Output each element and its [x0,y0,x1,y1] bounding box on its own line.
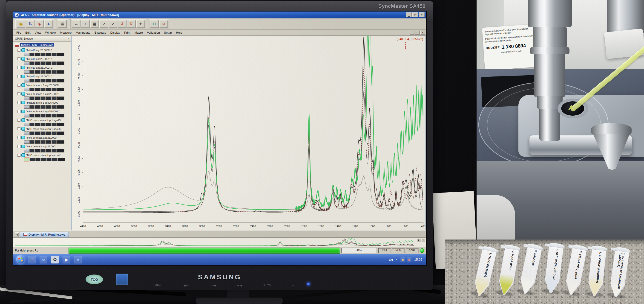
menu-item[interactable]: Setup [162,30,174,35]
spectrum-thumbnail[interactable] [57,114,64,117]
quick-identity-icon[interactable]: ⊔ [150,20,159,28]
tab-scroll-left-button[interactable]: ◀ [15,232,19,237]
spectrum-thumbnail[interactable] [40,53,46,56]
spectrum-thumbnail[interactable] [30,123,34,126]
collapse-icon[interactable] [18,49,20,52]
spectrum-thumbnail[interactable] [46,105,51,109]
spectrum-file-item[interactable]: "brij o10 ago25.0003" 1 [14,74,71,82]
media-player-icon[interactable]: ▶ [62,256,70,263]
collapse-icon[interactable] [18,110,20,113]
advanced-measurement-icon[interactable]: ⇅ [26,20,34,28]
spectrum-thumbnail[interactable] [46,96,51,100]
spectrum-thumbnail[interactable] [40,88,46,91]
spectrum-thumbnail[interactable] [40,105,46,109]
spectrum-thumbnail[interactable] [57,53,64,56]
spectrum-thumbnail[interactable] [35,88,40,91]
menu-item[interactable]: Edit [23,30,32,35]
spectrum-overview-strip[interactable]: ▶× [13,237,426,247]
spectrum-thumbnail[interactable] [30,149,34,153]
spectrum-thumbnail[interactable] [24,105,29,109]
display-spectrum-icon[interactable]: ▲ [44,20,53,28]
spectrum-thumbnail[interactable] [57,96,64,100]
spectrum-thumbnail[interactable] [24,79,29,82]
spectrum-thumbnail[interactable] [24,131,29,135]
tray-expand-icon[interactable]: ▲ [396,258,398,261]
overview-expand-button[interactable]: ▶ [417,238,421,242]
spectrum-thumbnail[interactable] [35,105,40,109]
overview-chart[interactable] [15,238,414,247]
spectrum-thumbnail[interactable] [35,70,40,74]
monitor-button[interactable]: ▣/▼ [182,283,191,287]
spectrum-thumbnail[interactable] [57,70,64,74]
spectrum-thumbnail[interactable] [35,149,40,153]
spectrum-thumbnail[interactable] [46,88,51,91]
window-pin-icon[interactable]: ▪ [68,37,69,40]
spectrum-thumbnail[interactable] [52,123,56,126]
monitor-button[interactable]: AUTO [262,283,272,287]
language-indicator[interactable]: EN [389,258,393,261]
spectrum-thumbnail[interactable] [30,70,34,74]
spectrum-file-item[interactable]: "NLC maca com criop sem sa" [14,153,71,161]
spectrum-thumbnail[interactable] [46,114,51,117]
collapse-icon[interactable] [18,145,20,148]
spectrum-thumbnail[interactable] [46,70,51,74]
spectrum-file-item[interactable]: "cera de maca ago25.0001" [14,144,71,152]
spectrum-file-item[interactable]: "brij o10 ago25.0000" 1 [14,48,71,56]
spectrum-thumbnail[interactable] [46,158,52,161]
mdi-close-button[interactable]: × [420,31,425,35]
spectrum-thumbnail[interactable] [40,131,46,135]
spectrum-thumbnail[interactable] [40,96,46,100]
opus-shortcut-icon[interactable]: O [51,256,59,263]
spectrum-thumbnail[interactable] [57,140,64,144]
spectrum-thumbnail[interactable] [35,140,40,144]
spectrum-thumbnail[interactable] [57,123,64,126]
spectrum-thumbnail[interactable] [52,149,56,153]
spectrum-thumbnail[interactable] [24,123,29,126]
spectrum-thumbnail[interactable] [52,105,56,109]
spectrum-thumbnail[interactable] [30,131,34,135]
spectrum-thumbnail[interactable] [52,114,56,117]
spectrum-thumbnail[interactable] [40,62,46,65]
spectrum-thumbnail[interactable] [40,114,46,117]
spectrum-file-item[interactable]: "oleo de maca 1 ago25.0001" [14,92,71,100]
spectrum-thumbnail[interactable] [40,123,46,126]
spectrum-thumbnail[interactable] [40,79,46,82]
menu-item[interactable]: Manipulate [74,30,92,35]
menu-item[interactable]: Window [43,30,58,35]
scale-all-spectra-icon[interactable]: ⇕ [118,20,126,28]
mdi-minimize-button[interactable]: — [410,31,414,35]
spectrum-file-item[interactable]: "mistura fisica 1 ago25.0001" [14,109,71,117]
folder-icon[interactable]: □ [28,256,36,263]
spectrum-thumbnail[interactable] [57,149,64,153]
spectrum-thumbnail[interactable] [30,140,34,144]
spectrum-thumbnail[interactable] [35,53,40,56]
menu-item[interactable]: File [14,30,23,35]
spectrum-thumbnail[interactable] [36,158,40,161]
spectrum-thumbnail[interactable] [30,158,35,161]
spectrum-thumbnail[interactable] [52,131,56,135]
spectrum-thumbnail[interactable] [30,79,34,82]
spectrum-thumbnail[interactable] [46,53,51,56]
menu-item[interactable]: Print [122,30,132,35]
spectrum-thumbnail[interactable] [24,140,29,144]
title-bar[interactable]: O OPUS - Operator: usuario (Operator) - … [13,12,426,19]
menu-item[interactable]: Validation [145,30,162,35]
spectrum-thumbnail[interactable] [52,140,56,144]
collapse-icon[interactable] [18,57,20,60]
collapse-icon[interactable] [18,119,20,122]
spectrum-thumbnail[interactable] [35,131,40,135]
menu-item[interactable]: Macro [132,30,145,35]
monitor-button[interactable]: ⊙ [291,283,296,287]
tab-display-mir-routine[interactable]: Display - MIR_Routine.ows [20,232,69,237]
monitor-button[interactable]: ▲/◀ [209,283,217,287]
spectrum-thumbnail[interactable] [58,158,65,161]
scale-x-icon[interactable]: ↔ [72,20,80,28]
collapse-icon[interactable] [18,101,20,104]
spectrum-thumbnail[interactable] [41,158,46,161]
spectrum-thumbnail[interactable] [57,131,64,135]
spectrum-thumbnail[interactable] [24,53,29,56]
monitor-button[interactable]: ↵/◉ [236,283,244,287]
menu-item[interactable]: Display [108,30,122,35]
spectrum-thumbnail[interactable] [24,62,29,65]
collapse-icon[interactable] [18,92,20,95]
